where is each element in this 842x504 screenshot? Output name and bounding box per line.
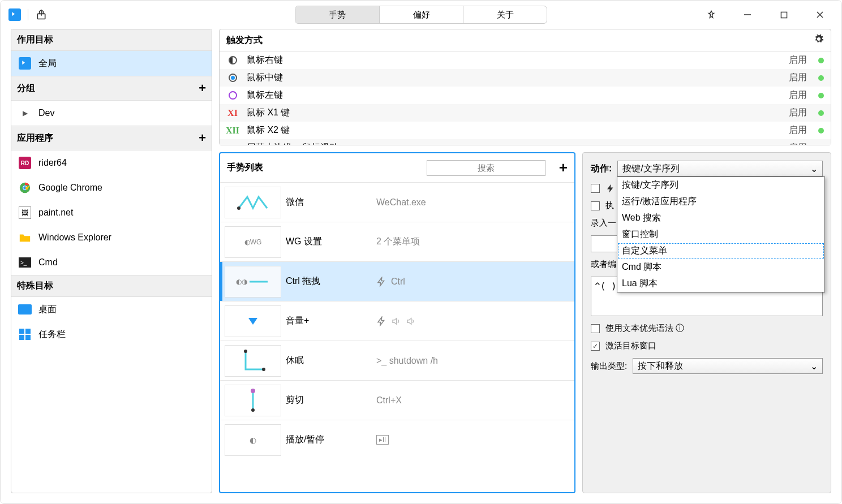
minimize-button[interactable]	[737, 5, 758, 25]
output-type-select[interactable]: 按下和释放 ⌄	[633, 358, 823, 374]
gesture-detail: Ctrl	[376, 277, 405, 287]
gesture-row[interactable]: 剪切Ctrl+X	[220, 380, 574, 420]
trigger-name: 鼠标中键	[247, 72, 781, 84]
trigger-name: 鼠标 X2 键	[247, 124, 781, 136]
action-select-value: 按键/文字序列	[622, 163, 679, 175]
trigger-name: 鼠标左键	[247, 89, 781, 101]
trigger-row[interactable]: 鼠标中键启用	[220, 69, 831, 87]
trigger-row[interactable]: 屏幕上边缘 + 鼠标滑动启用	[220, 139, 831, 145]
group-header: 分组 +	[11, 76, 212, 101]
sidebar-item-label: Windows Explorer	[38, 232, 111, 243]
bolt-icon	[376, 277, 386, 287]
sidebar-item-explorer[interactable]: Windows Explorer	[11, 225, 212, 250]
dropdown-item[interactable]: 运行/激活应用程序	[617, 193, 824, 210]
status-dot-icon	[818, 128, 824, 133]
gesture-name: 微信	[286, 196, 376, 208]
add-app-button[interactable]: +	[199, 131, 206, 145]
playpause-icon: ▸II	[376, 435, 389, 445]
speaker-icon	[406, 316, 416, 326]
trigger-row[interactable]: XII鼠标 X2 键启用	[220, 122, 831, 139]
sidebar-item-chrome[interactable]: Google Chrome	[11, 175, 212, 200]
pin-icon[interactable]	[701, 5, 721, 25]
gear-icon[interactable]	[814, 34, 824, 46]
rider-icon: RD	[18, 156, 32, 170]
dropdown-item[interactable]: 自定义菜单	[617, 243, 824, 259]
group-header-label: 分组	[17, 83, 35, 94]
svg-rect-9	[19, 329, 24, 334]
text-first-checkbox[interactable]	[591, 324, 600, 333]
tab-gestures[interactable]: 手势	[295, 6, 379, 23]
chevron-down-icon: ⌄	[810, 163, 818, 174]
gesture-row[interactable]: 休眠>_ shutdown /h	[220, 341, 574, 380]
windows-icon	[18, 328, 32, 341]
sidebar-item-paintnet[interactable]: 🖼paint.net	[11, 200, 212, 225]
status-label: 启用	[789, 107, 807, 119]
search-input[interactable]	[427, 160, 545, 176]
activate-window-checkbox[interactable]	[591, 342, 600, 351]
share-icon[interactable]	[35, 8, 48, 21]
action-label: 动作:	[591, 163, 612, 175]
bolt-icon	[605, 183, 616, 193]
special-header: 特殊目标	[11, 275, 212, 297]
sidebar-item-global[interactable]: 全局	[11, 51, 212, 76]
output-type-value: 按下和释放	[638, 360, 683, 372]
trigger-name: 鼠标右键	[247, 54, 781, 66]
gesture-row[interactable]: ◐◑Ctrl 拖拽Ctrl	[220, 261, 574, 301]
gesture-thumb	[225, 187, 281, 218]
text-first-label: 使用文本优先语法 ⓘ	[605, 323, 684, 334]
gesture-detail: >_ shutdown /h	[376, 356, 438, 366]
cursor-icon	[18, 57, 32, 70]
output-type-label: 输出类型:	[591, 361, 627, 372]
sidebar-item-desktop[interactable]: 桌面	[11, 297, 212, 322]
gesture-name: 休眠	[286, 355, 376, 367]
status-dot-icon	[818, 75, 824, 81]
gesture-list-header: 手势列表	[227, 162, 263, 174]
special-header-label: 特殊目标	[17, 280, 53, 292]
gesture-name: 音量+	[286, 315, 376, 327]
gesture-thumb	[225, 385, 281, 416]
target-header: 作用目标	[11, 29, 212, 51]
paintnet-icon: 🖼	[18, 206, 32, 219]
sidebar-item-cmd[interactable]: >_Cmd	[11, 250, 212, 275]
add-group-button[interactable]: +	[199, 81, 206, 96]
trigger-row[interactable]: 鼠标左键启用	[220, 87, 831, 104]
svg-point-19	[251, 389, 255, 393]
gesture-name: 播放/暂停	[286, 434, 376, 446]
gesture-row[interactable]: ◐播放/暂停▸II	[220, 420, 574, 459]
close-button[interactable]	[810, 5, 830, 25]
dropdown-item[interactable]: Lua 脚本	[617, 275, 824, 292]
gesture-row[interactable]: ◐WGWG 设置2 个菜单项	[220, 222, 574, 261]
chevron-right-icon: ▶	[18, 106, 32, 120]
gesture-detail: WeChat.exe	[376, 197, 426, 208]
maximize-button[interactable]	[774, 5, 794, 25]
sidebar-item-dev[interactable]: ▶ Dev	[11, 101, 212, 126]
trigger-row[interactable]: 鼠标右键启用	[220, 51, 831, 69]
dropdown-item[interactable]: 窗口控制	[617, 226, 824, 243]
sidebar-item-label: Google Chrome	[38, 183, 102, 193]
sidebar-item-taskbar[interactable]: 任务栏	[11, 322, 212, 347]
execute-checkbox[interactable]	[591, 201, 600, 210]
svg-point-16	[244, 350, 247, 353]
target-header-label: 作用目标	[17, 34, 53, 46]
gesture-row[interactable]: 微信WeChat.exe	[220, 182, 574, 222]
dropdown-item[interactable]: Web 搜索	[617, 210, 824, 226]
sidebar-item-rider64[interactable]: RDrider64	[11, 150, 212, 175]
status-label: 启用	[789, 89, 807, 101]
dropdown-item[interactable]: Cmd 脚本	[617, 259, 824, 275]
action-select[interactable]: 按键/文字序列 ⌄	[617, 161, 823, 176]
trigger-row[interactable]: XI鼠标 X1 键启用	[220, 104, 831, 122]
gesture-row[interactable]: 音量+	[220, 301, 574, 341]
bolt-checkbox[interactable]	[591, 184, 600, 193]
gesture-thumb	[225, 305, 281, 337]
trigger-name: 屏幕上边缘 + 鼠标滑动	[247, 142, 781, 145]
trigger-panel: 触发方式 鼠标右键启用 鼠标中键启用 鼠标左键启用 XI鼠标 X1 键启用 XI…	[219, 29, 831, 145]
dropdown-item[interactable]: 按键/文字序列	[617, 177, 824, 193]
add-gesture-button[interactable]: +	[559, 159, 568, 176]
mouse-middle-icon	[229, 74, 237, 82]
gesture-detail: Ctrl+X	[376, 395, 402, 406]
chevron-down-icon: ⌄	[810, 361, 818, 372]
edge-icon	[229, 145, 237, 145]
tab-about[interactable]: 关于	[463, 6, 547, 23]
svg-point-13	[237, 206, 240, 210]
tab-preferences[interactable]: 偏好	[379, 6, 463, 23]
